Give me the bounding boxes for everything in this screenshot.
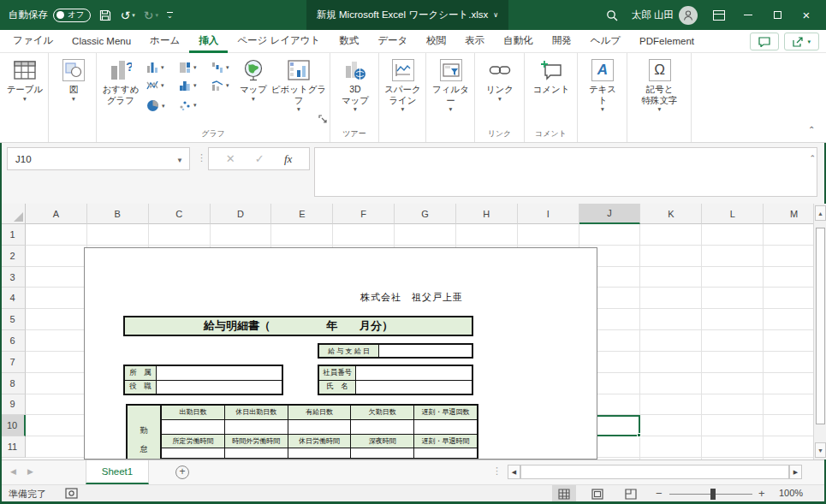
insert-hierarchy-chart-button[interactable]: ▾ [179,62,197,73]
insert-waterfall-chart-button[interactable]: ▾ [211,62,229,73]
add-sheet-button[interactable]: + [175,465,189,479]
row-header-5[interactable]: 5 [0,309,26,330]
row-header-8[interactable]: 8 [0,373,26,394]
row-header-4[interactable]: 4 [0,288,26,309]
zoom-out-button[interactable]: − [656,487,663,500]
comment-button[interactable]: コメント [532,56,570,95]
scroll-down-icon[interactable]: ▼ [815,442,826,458]
horizontal-scroll-thumb[interactable] [520,465,789,479]
scroll-left-icon[interactable]: ◀ [508,465,520,479]
tab-review[interactable]: 校閲 [417,29,455,53]
vertical-scroll-thumb[interactable] [816,228,825,424]
map3d-button[interactable]: 3D マップ ▾ [337,56,373,113]
quick-access-customize-button[interactable]: ⌄ [167,12,173,18]
row-header-9[interactable]: 9 [0,394,26,416]
page-layout-view-button[interactable] [585,485,609,502]
symbols-button[interactable]: Ω 記号と 特殊文字 ▾ [636,56,683,113]
column-header-d[interactable]: D [211,204,272,224]
insert-combo-chart-button[interactable]: ▾ [211,80,229,91]
drag-handle-icon[interactable]: ⋮ [492,465,502,477]
zoom-slider-thumb[interactable] [710,489,716,500]
filters-button[interactable]: フィルター ▾ [431,56,471,113]
row-header-7[interactable]: 7 [0,352,26,373]
select-all-corner[interactable] [0,204,26,224]
column-header-j[interactable]: J [579,204,641,224]
next-sheet-icon[interactable]: ▶ [27,467,33,476]
tab-formulas[interactable]: 数式 [330,29,368,53]
tab-data[interactable]: データ [368,29,417,53]
close-button[interactable]: × [792,0,821,30]
sparklines-button[interactable]: スパーク ライン ▾ [383,56,423,113]
name-box[interactable]: J10 ▼ [7,147,190,170]
tab-page-layout[interactable]: ページ レイアウト [228,29,330,53]
tab-view[interactable]: 表示 [455,29,494,53]
column-header-k[interactable]: K [640,204,702,224]
comments-button[interactable] [750,33,779,50]
share-button[interactable]: ▾ [784,33,819,50]
avatar[interactable] [679,6,698,25]
vertical-scrollbar[interactable]: ▲ ▼ [813,204,826,460]
insert-function-button[interactable]: fx [284,152,292,166]
column-header-i[interactable]: I [518,204,579,224]
text-button[interactable]: A テキスト ▾ [585,56,621,113]
undo-button[interactable]: ↺▾ [120,9,134,22]
sheet-tab-sheet1[interactable]: Sheet1 [86,460,149,484]
insert-line-chart-button[interactable]: ▾ [146,80,164,91]
tab-file[interactable]: ファイル [3,29,62,53]
scroll-right-icon[interactable]: ▶ [789,465,802,479]
tab-pdfelement[interactable]: PDFelement [630,31,704,52]
scroll-up-icon[interactable]: ▲ [815,205,826,221]
pivotchart-button[interactable]: ピボットグラフ ▾ [268,56,330,113]
tab-classic-menu[interactable]: Classic Menu [62,31,140,52]
redo-button[interactable]: ↻▾ [144,9,158,22]
save-button[interactable] [99,9,111,21]
insert-column-chart-button[interactable]: ▾ [146,62,164,73]
insert-pie-chart-button[interactable]: ▾ [146,99,165,112]
table-button[interactable]: テーブル ▾ [6,56,44,103]
payroll-document[interactable]: 株式会社 祖父戸上亜 給与明細書（ 年 月分） 給 与 支 給 日 所 属 役 … [84,247,597,460]
tab-home[interactable]: ホーム [140,29,189,53]
row-header-1[interactable]: 1 [0,224,26,246]
collapse-ribbon-button[interactable]: ⌃ [808,125,815,134]
drag-handle-icon[interactable]: ⋮ [197,152,206,163]
enter-icon[interactable]: ✓ [255,152,264,165]
tab-automate[interactable]: 自動化 [494,29,543,53]
zoom-in-button[interactable]: + [758,487,765,500]
column-header-a[interactable]: A [26,204,87,224]
fill-handle[interactable] [637,433,641,437]
column-header-f[interactable]: F [333,204,395,224]
formula-input[interactable] [314,147,817,197]
column-header-m[interactable]: M [764,204,813,224]
ribbon-display-options-button[interactable] [704,0,734,30]
row-header-6[interactable]: 6 [0,330,26,352]
column-header-b[interactable]: B [87,204,149,224]
column-header-e[interactable]: E [271,204,333,224]
recommended-charts-button[interactable]: ? おすすめ グラフ [100,56,141,105]
zoom-level[interactable]: 100% [779,488,803,498]
insert-scatter-chart-button[interactable]: ▾ [179,99,197,110]
tab-help[interactable]: ヘルプ [581,29,630,53]
page-break-preview-button[interactable] [619,485,643,502]
row-header-2[interactable]: 2 [0,246,26,267]
row-header-10[interactable]: 10 [0,415,26,436]
row-header-3[interactable]: 3 [0,267,26,288]
expand-formula-bar-icon[interactable]: ⌃ [809,154,816,163]
cancel-icon[interactable]: ✕ [226,152,235,165]
search-button[interactable] [597,0,627,30]
column-header-l[interactable]: L [702,204,764,224]
accessibility-checker-icon[interactable] [65,488,78,501]
charts-dialog-launcher[interactable] [318,111,327,127]
tab-developer[interactable]: 開発 [543,29,581,53]
column-header-c[interactable]: C [149,204,211,224]
insert-histogram-chart-button[interactable]: ▾ [179,80,197,91]
row-header-11[interactable]: 11 [0,436,26,458]
document-title-button[interactable]: 新規 Microsoft Excel ワークシート.xlsx ∨ [306,0,508,30]
column-header-g[interactable]: G [395,204,456,224]
normal-view-button[interactable] [552,485,576,502]
column-header-h[interactable]: H [456,204,518,224]
minimize-button[interactable] [734,0,763,30]
maximize-button[interactable] [763,0,792,30]
link-button[interactable]: リンク ▾ [483,56,517,103]
tab-insert[interactable]: 挿入 [189,29,228,53]
autosave-toggle[interactable]: 自動保存 オフ [9,9,91,22]
